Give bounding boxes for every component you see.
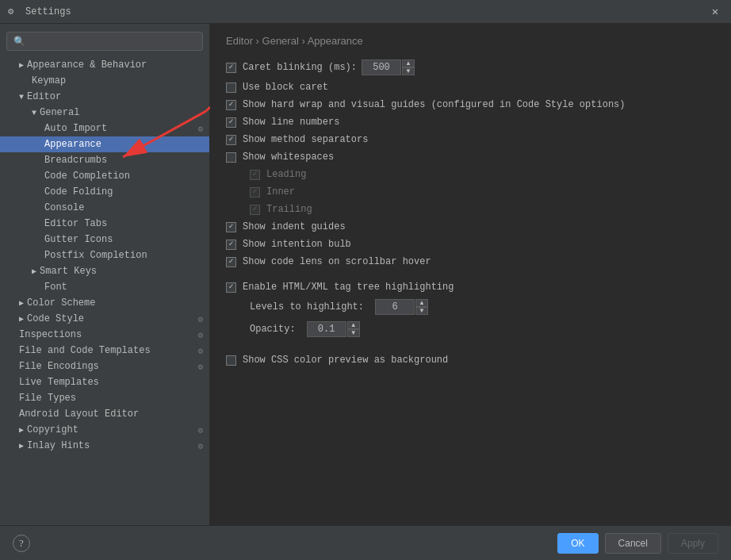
sidebar-item-file-types[interactable]: File Types — [0, 390, 209, 406]
sidebar-item-code-completion[interactable]: Code Completion — [0, 168, 209, 184]
sidebar-item-label: Editor — [27, 91, 61, 102]
caret-blinking-row: Caret blinking (ms): ▲ ▼ — [226, 59, 715, 75]
sidebar-item-console[interactable]: Console — [0, 200, 209, 216]
sidebar-item-label: Postfix Completion — [44, 250, 147, 261]
breadcrumb-general: General — [262, 35, 299, 47]
breadcrumb-sep2: › — [301, 35, 307, 47]
enable-html-xml-row: Enable HTML/XML tag tree highlighting — [226, 282, 715, 293]
show-whitespaces-row: Show whitespaces — [226, 152, 715, 163]
show-whitespaces-label: Show whitespaces — [243, 152, 334, 163]
breadcrumb: Editor › General › Appearance — [226, 35, 715, 47]
sidebar-item-postfix-completion[interactable]: Postfix Completion — [0, 247, 209, 263]
caret-blinking-label: Caret blinking (ms): — [243, 62, 357, 73]
show-method-separators-label: Show method separators — [243, 134, 368, 145]
action-buttons: OK Cancel Apply — [557, 533, 718, 554]
use-block-caret-row: Use block caret — [226, 82, 715, 93]
leading-label: Leading — [266, 169, 306, 180]
sidebar-item-keymap[interactable]: Keymap — [0, 73, 209, 89]
sidebar-item-label: Editor Tabs — [44, 218, 107, 229]
show-hard-wrap-checkbox[interactable] — [226, 100, 236, 110]
sidebar-item-editor[interactable]: ▼ Editor — [0, 89, 209, 105]
sidebar-item-label: Gutter Icons — [44, 234, 113, 245]
opacity-input-wrap: ▲ ▼ — [307, 321, 360, 337]
caret-blinking-input-wrap: ▲ ▼ — [362, 59, 415, 75]
sidebar-item-code-folding[interactable]: Code Folding — [0, 184, 209, 200]
show-intention-bulb-label: Show intention bulb — [243, 239, 351, 250]
sidebar-item-label: Code Style — [27, 313, 84, 324]
arrow-icon: ▶ — [19, 60, 24, 70]
levels-row: Levels to highlight: ▲ ▼ — [226, 299, 715, 315]
sidebar-item-code-style[interactable]: ▶ Code Style ⚙ — [0, 311, 209, 327]
sidebar-item-label: Code Folding — [44, 186, 113, 198]
arrow-icon: ▼ — [32, 109, 36, 117]
sidebar-item-inlay-hints[interactable]: ▶ Inlay Hints ⚙ — [0, 438, 209, 454]
sidebar-item-label: Appearance — [44, 139, 101, 150]
config-icon: ⚙ — [197, 346, 203, 356]
show-intention-bulb-checkbox[interactable] — [226, 240, 236, 250]
sidebar-item-color-scheme[interactable]: ▶ Color Scheme — [0, 295, 209, 311]
sidebar-item-label: Inlay Hints — [27, 440, 90, 451]
caret-blinking-down[interactable]: ▼ — [402, 67, 415, 75]
breadcrumb-sep1: › — [256, 35, 262, 47]
config-icon: ⚙ — [197, 124, 203, 134]
sidebar-item-label: Font — [44, 282, 67, 293]
arrow-spacer — [32, 283, 41, 292]
sidebar-item-copyright[interactable]: ▶ Copyright ⚙ — [0, 422, 209, 438]
config-icon: ⚙ — [197, 330, 203, 340]
levels-down[interactable]: ▼ — [415, 307, 428, 315]
config-icon: ⚙ — [197, 425, 203, 435]
sidebar-item-smart-keys[interactable]: ▶ Smart Keys — [0, 263, 209, 279]
leading-checkbox[interactable] — [250, 170, 260, 180]
sidebar-item-auto-import[interactable]: Auto Import ⚙ — [0, 121, 209, 136]
show-method-separators-checkbox[interactable] — [226, 135, 236, 145]
sidebar-item-file-code-templates[interactable]: File and Code Templates ⚙ — [0, 343, 209, 359]
sidebar-item-label: Color Scheme — [27, 297, 95, 309]
sidebar-item-gutter-icons[interactable]: Gutter Icons — [0, 232, 209, 247]
show-code-lens-checkbox[interactable] — [226, 257, 236, 267]
sidebar-item-android-layout[interactable]: Android Layout Editor — [0, 406, 209, 422]
opacity-input[interactable] — [307, 321, 346, 337]
show-line-numbers-checkbox[interactable] — [226, 117, 236, 128]
sidebar-item-appearance-behavior[interactable]: ▶ Appearance & Behavior — [0, 57, 209, 73]
sidebar-item-inspections[interactable]: Inspections ⚙ — [0, 327, 209, 343]
spacer — [226, 274, 715, 282]
bottom-bar: ? OK Cancel Apply — [0, 525, 731, 560]
sidebar-item-breadcrumbs[interactable]: Breadcrumbs — [0, 152, 209, 168]
show-method-separators-row: Show method separators — [226, 134, 715, 145]
caret-blinking-checkbox[interactable] — [226, 63, 236, 73]
show-whitespaces-checkbox[interactable] — [226, 152, 236, 163]
leading-row: Leading — [226, 169, 715, 180]
sidebar-item-file-encodings[interactable]: File Encodings ⚙ — [0, 359, 209, 374]
sidebar-item-font[interactable]: Font — [0, 279, 209, 295]
show-code-lens-label: Show code lens on scrollbar hover — [243, 256, 431, 267]
levels-up[interactable]: ▲ — [415, 299, 428, 307]
help-button[interactable]: ? — [13, 535, 30, 552]
caret-blinking-input[interactable] — [362, 59, 401, 75]
sidebar-item-appearance[interactable]: Appearance — [0, 136, 209, 152]
use-block-caret-checkbox[interactable] — [226, 82, 236, 93]
show-css-color-checkbox[interactable] — [226, 355, 236, 366]
show-indent-guides-checkbox[interactable] — [226, 222, 236, 232]
opacity-down[interactable]: ▼ — [347, 329, 360, 337]
apply-button[interactable]: Apply — [668, 533, 718, 554]
opacity-up[interactable]: ▲ — [347, 321, 360, 329]
settings-icon: ⚙ — [8, 6, 21, 18]
inner-row: Inner — [226, 186, 715, 198]
levels-input[interactable] — [375, 299, 415, 315]
enable-html-xml-checkbox[interactable] — [226, 282, 236, 293]
sidebar-item-editor-tabs[interactable]: Editor Tabs — [0, 216, 209, 232]
cancel-button[interactable]: Cancel — [605, 533, 661, 554]
window-title: Settings — [25, 6, 71, 17]
caret-blinking-up[interactable]: ▲ — [402, 59, 415, 67]
sidebar-item-general[interactable]: ▼ General — [0, 105, 209, 121]
sidebar-item-label: Smart Keys — [40, 266, 97, 277]
close-button[interactable]: ✕ — [707, 4, 723, 20]
sidebar-item-live-templates[interactable]: Live Templates — [0, 374, 209, 390]
inner-checkbox[interactable] — [250, 187, 260, 198]
show-css-color-label: Show CSS color preview as background — [243, 355, 448, 366]
search-input[interactable] — [6, 32, 203, 51]
ok-button[interactable]: OK — [557, 533, 598, 554]
trailing-checkbox[interactable] — [250, 205, 260, 215]
config-icon: ⚙ — [197, 441, 203, 451]
sidebar-item-label: General — [40, 107, 79, 118]
